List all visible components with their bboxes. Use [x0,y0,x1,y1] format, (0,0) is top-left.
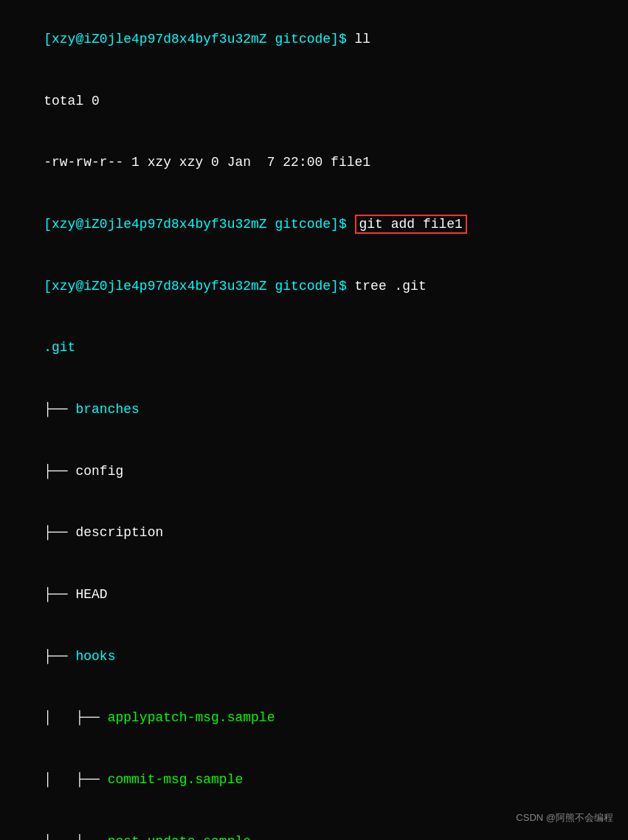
cmd-tree-git: tree .git [355,279,427,294]
text-hooks: hooks [75,649,115,664]
tree-connector-description: ├── [44,525,75,540]
prompt-1: [xzy@iZ0jle4p97d8x4byf3u32mZ gitcode]$ [44,32,354,46]
text-head: HEAD [75,587,107,602]
terminal: [xzy@iZ0jle4p97d8x4byf3u32mZ gitcode]$ l… [12,9,616,840]
text-file-listing: -rw-rw-r-- 1 xzy xzy 0 Jan 7 22:00 file1 [44,155,370,170]
line-head: ├── HEAD [12,564,616,626]
text-total: total 0 [44,94,100,108]
text-description: description [75,525,163,540]
watermark: CSDN @阿熊不会编程 [516,811,613,825]
line-dot-git: .git [12,317,616,379]
line-file-listing: -rw-rw-r-- 1 xzy xzy 0 Jan 7 22:00 file1 [12,132,616,194]
text-applypatch: applypatch-msg.sample [108,710,275,725]
text-config: config [75,464,123,479]
prompt-3: [xzy@iZ0jle4p97d8x4byf3u32mZ gitcode]$ [44,279,354,294]
prompt-2: [xzy@iZ0jle4p97d8x4byf3u32mZ gitcode]$ [44,217,354,232]
tree-connector-applypatch: │ ├── [44,710,107,725]
cmd-ll: ll [355,32,371,46]
cmd-git-add: git add file1 [355,215,467,234]
text-branches: branches [75,402,139,417]
tree-connector-hooks: ├── [44,649,75,664]
line-applypatch: │ ├── applypatch-msg.sample [12,687,616,749]
line-ll-cmd: [xzy@iZ0jle4p97d8x4byf3u32mZ gitcode]$ l… [12,9,616,71]
line-commit-msg: │ ├── commit-msg.sample [12,749,616,811]
tree-connector-config: ├── [44,464,75,479]
tree-connector-post-update: │ ├── [44,834,107,840]
line-tree-git: [xzy@iZ0jle4p97d8x4byf3u32mZ gitcode]$ t… [12,256,616,318]
text-commit-msg: commit-msg.sample [108,772,244,787]
line-config: ├── config [12,441,616,503]
tree-connector-branches: ├── [44,402,75,417]
tree-connector-head: ├── [44,587,75,602]
line-total: total 0 [12,71,616,133]
tree-connector-commit-msg: │ ├── [44,772,107,787]
line-hooks: ├── hooks [12,626,616,688]
line-description: ├── description [12,502,616,564]
line-branches: ├── branches [12,379,616,441]
text-dot-git: .git [44,340,75,355]
line-git-add: [xzy@iZ0jle4p97d8x4byf3u32mZ gitcode]$ g… [12,194,616,256]
text-post-update: post-update.sample [108,834,251,840]
